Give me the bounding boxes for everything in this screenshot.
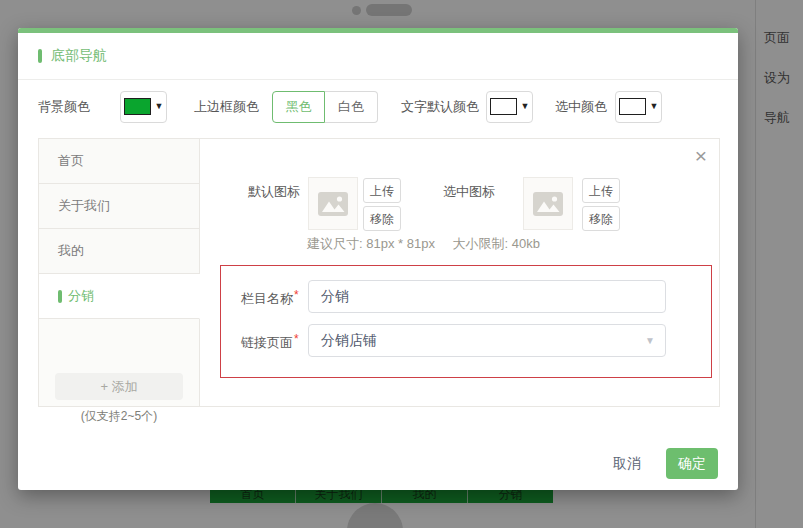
sidebar-tab-label: 我的 xyxy=(58,242,84,260)
tab-list-filler: + 添加 xyxy=(39,319,200,406)
bottom-nav-dialog: 底部导航 背景颜色 ▼ 上边框颜色 黑色 白色 文字默认颜色 ▼ 选中颜色 ▼ … xyxy=(18,28,738,490)
selected-icon-label: 选中图标 xyxy=(443,183,495,201)
image-placeholder-icon xyxy=(533,192,563,216)
required-asterisk: * xyxy=(294,332,299,346)
default-icon-actions: 上传 移除 xyxy=(363,178,401,231)
background-color-label: 背景颜色 xyxy=(38,98,90,116)
active-tab-indicator xyxy=(58,290,62,303)
dialog-title: 底部导航 xyxy=(51,47,107,65)
top-border-color-label: 上边框颜色 xyxy=(194,98,259,116)
background-color-picker[interactable]: ▼ xyxy=(120,91,167,123)
selected-icon-actions: 上传 移除 xyxy=(582,178,620,231)
white-color-swatch xyxy=(619,98,646,115)
dialog-footer: 取消 确定 xyxy=(613,448,718,479)
caret-down-icon: ▼ xyxy=(650,102,659,111)
link-page-selected-value: 分销店铺 xyxy=(309,325,665,356)
default-icon-preview[interactable] xyxy=(308,177,358,230)
add-nav-item-button[interactable]: + 添加 xyxy=(55,373,183,400)
link-page-label-text: 链接页面 xyxy=(241,335,293,350)
upload-default-icon-button[interactable]: 上传 xyxy=(363,178,401,203)
nav-items-editor: 首页关于我们我的分销 + 添加 × 默认图标 上传 移除 选中图标 xyxy=(38,138,720,407)
dialog-header: 底部导航 xyxy=(18,33,738,80)
select-caret-down-icon: ▼ xyxy=(645,325,655,356)
caret-down-icon: ▼ xyxy=(521,102,530,111)
close-icon[interactable]: × xyxy=(695,145,707,166)
border-color-segmented-control: 黑色 白色 xyxy=(272,91,378,123)
sidebar-tab-label: 首页 xyxy=(58,152,84,170)
item-name-label: 栏目名称* xyxy=(241,288,299,308)
color-settings-row: 背景颜色 ▼ 上边框颜色 黑色 白色 文字默认颜色 ▼ 选中颜色 ▼ xyxy=(18,80,738,133)
form-highlight-box: 栏目名称* 链接页面* 分销店铺 ▼ xyxy=(220,265,712,378)
sidebar-tab-3[interactable]: 分销 xyxy=(39,274,200,319)
selected-color-picker[interactable]: ▼ xyxy=(615,91,662,123)
icon-size-hint: 建议尺寸: 81px * 81px 大小限制: 40kb xyxy=(307,235,540,253)
title-accent-pill xyxy=(38,49,42,63)
border-color-white-option[interactable]: 白色 xyxy=(325,91,378,123)
sidebar-tab-2[interactable]: 我的 xyxy=(39,229,200,274)
caret-down-icon: ▼ xyxy=(155,102,164,111)
sidebar-tab-label: 关于我们 xyxy=(58,197,110,215)
text-default-color-picker[interactable]: ▼ xyxy=(486,91,533,123)
required-asterisk: * xyxy=(294,288,299,302)
green-color-swatch xyxy=(124,98,151,115)
link-page-label: 链接页面* xyxy=(241,332,299,352)
link-page-select[interactable]: 分销店铺 ▼ xyxy=(308,324,666,357)
item-name-label-text: 栏目名称 xyxy=(241,291,293,306)
text-default-color-label: 文字默认颜色 xyxy=(401,98,479,116)
selected-icon-preview[interactable] xyxy=(523,177,573,230)
upload-selected-icon-button[interactable]: 上传 xyxy=(582,178,620,203)
border-color-black-option[interactable]: 黑色 xyxy=(272,91,325,123)
nav-items-tab-list: 首页关于我们我的分销 + 添加 xyxy=(38,138,200,407)
nav-item-detail-panel: × 默认图标 上传 移除 选中图标 xyxy=(200,138,720,407)
suggested-size-text: 建议尺寸: 81px * 81px xyxy=(307,236,435,251)
sidebar-tab-label: 分销 xyxy=(68,287,94,305)
size-limit-text: 大小限制: 40kb xyxy=(453,236,540,251)
tab-limit-note: (仅支持2~5个) xyxy=(38,408,200,425)
item-name-input[interactable] xyxy=(308,280,666,313)
sidebar-tab-0[interactable]: 首页 xyxy=(39,139,200,184)
default-icon-label: 默认图标 xyxy=(248,183,300,201)
sidebar-tab-1[interactable]: 关于我们 xyxy=(39,184,200,229)
remove-default-icon-button[interactable]: 移除 xyxy=(363,206,401,231)
white-color-swatch xyxy=(490,98,517,115)
cancel-button[interactable]: 取消 xyxy=(613,455,641,473)
remove-selected-icon-button[interactable]: 移除 xyxy=(582,206,620,231)
selected-color-label: 选中颜色 xyxy=(555,98,607,116)
image-placeholder-icon xyxy=(318,192,348,216)
confirm-button[interactable]: 确定 xyxy=(666,448,718,479)
